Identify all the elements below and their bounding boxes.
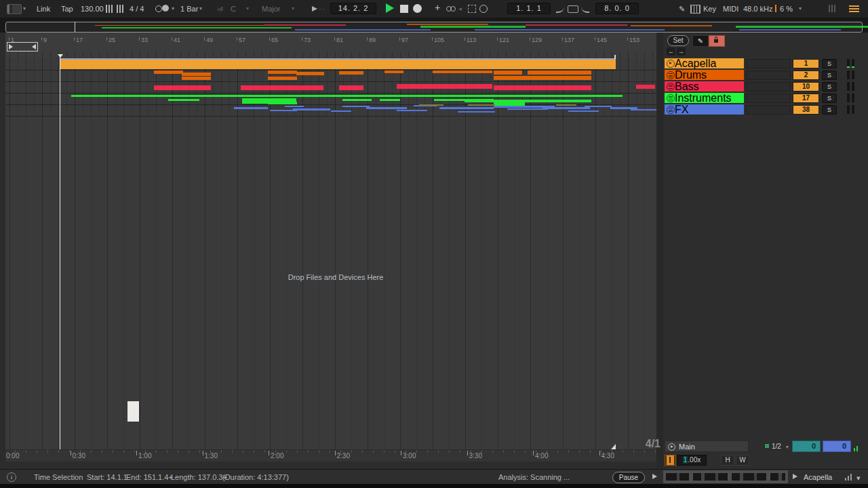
punch-out-icon[interactable] <box>581 7 589 13</box>
clip-drums[interactable] <box>528 70 591 75</box>
clip-fx[interactable] <box>458 111 495 113</box>
track-fold-lines-icon[interactable] <box>667 83 675 91</box>
clip-instruments[interactable] <box>568 100 591 102</box>
clip-fx[interactable] <box>507 108 548 110</box>
lock-envelopes-icon[interactable] <box>709 35 725 47</box>
grid-size-menu[interactable]: 1/2 ▾ <box>765 441 792 452</box>
key-map-button[interactable]: Key <box>703 3 716 14</box>
main-play-icon[interactable] <box>668 443 675 451</box>
next-locator-button[interactable]: → <box>677 47 686 56</box>
track-solo-button[interactable]: S <box>822 59 837 68</box>
cpu-caret-icon[interactable]: ▾ <box>799 3 802 14</box>
clip-bass[interactable] <box>241 85 323 90</box>
clip-fx[interactable] <box>439 107 494 109</box>
arrangement-end-marker-icon[interactable] <box>611 444 616 449</box>
record-button[interactable] <box>413 4 422 13</box>
track-fold-lines-icon[interactable] <box>667 94 675 102</box>
clip-instruments[interactable] <box>168 99 199 101</box>
preview-volume-icon[interactable] <box>845 473 853 481</box>
track-control-box[interactable] <box>746 82 791 92</box>
clip-fx[interactable] <box>331 110 351 112</box>
track-fold-play-icon[interactable] <box>667 60 675 68</box>
new-midi-icon[interactable]: + <box>435 2 440 13</box>
metronome-icon[interactable] <box>155 5 162 12</box>
follow-icon[interactable] <box>312 6 317 12</box>
capture-midi-icon[interactable] <box>468 5 476 13</box>
key-scale-menu[interactable]: Major <box>262 3 281 14</box>
key-scale-caret-icon[interactable]: ▾ <box>292 3 294 14</box>
link-button[interactable]: Link <box>37 3 50 14</box>
time-signature-field[interactable]: 4 / 4 <box>130 3 144 14</box>
back-to-arrangement-icon[interactable]: ◂ <box>458 3 462 14</box>
preview-caret-icon[interactable]: ▾ <box>856 474 861 483</box>
clip-drums[interactable] <box>339 71 363 75</box>
clip-bass[interactable] <box>339 85 363 90</box>
clip-drums[interactable] <box>268 77 297 80</box>
track-header-drums[interactable]: Drums <box>665 70 744 80</box>
loop-length-field[interactable]: 8. 0. 0 <box>595 3 639 14</box>
swing-amount-field[interactable]: 0 <box>823 441 851 452</box>
track-solo-button[interactable]: S <box>822 70 837 80</box>
draw-mode-icon[interactable]: ✎ <box>679 3 685 14</box>
track-solo-button[interactable]: S <box>822 82 837 92</box>
clip-fx[interactable] <box>568 110 599 112</box>
clip-bass[interactable] <box>636 85 655 89</box>
play-button[interactable] <box>386 3 394 13</box>
track-control-box[interactable] <box>746 70 791 80</box>
track-value-field[interactable]: 1 <box>793 59 819 68</box>
clip-instruments[interactable] <box>71 95 623 97</box>
cpu-load-display[interactable]: 6 % <box>780 3 793 14</box>
clip-drums[interactable] <box>494 76 591 80</box>
clip-drums[interactable] <box>154 70 183 74</box>
quantize-amount-field[interactable]: 0 <box>792 441 821 452</box>
clip-instruments[interactable] <box>380 99 400 101</box>
preview-play2-icon[interactable] <box>793 474 797 479</box>
tap-tempo-button[interactable]: Tap <box>61 3 73 14</box>
track-value-field[interactable]: 10 <box>793 82 819 92</box>
clip-fx[interactable] <box>631 109 656 110</box>
track-control-box[interactable] <box>746 59 791 68</box>
track-value-field[interactable]: 2 <box>793 70 819 80</box>
clip-drums[interactable] <box>182 73 211 76</box>
clip-fx[interactable] <box>397 110 427 111</box>
track-solo-button[interactable]: S <box>822 105 837 115</box>
track-header-instruments[interactable]: Instruments <box>665 93 744 103</box>
clip-fx[interactable] <box>366 107 407 109</box>
clip-drums[interactable] <box>296 72 324 75</box>
panel-separator[interactable] <box>656 33 663 469</box>
clip-fx[interactable] <box>556 104 576 106</box>
warp-button-icon[interactable] <box>665 455 676 466</box>
metronome-dot-icon[interactable] <box>162 5 169 12</box>
key-root-menu[interactable]: C <box>231 3 236 14</box>
loop-brace[interactable] <box>7 42 38 52</box>
phase-nudge-down-icon[interactable] <box>106 5 113 13</box>
quantize-menu[interactable]: 1 Bar <box>180 3 198 14</box>
pause-analysis-button[interactable]: Pause <box>612 472 645 483</box>
key-root-caret-icon[interactable]: ▾ <box>246 3 249 14</box>
track-value-field[interactable]: 38 <box>793 105 819 115</box>
clip-drums[interactable] <box>433 70 492 73</box>
main-automation-selector[interactable]: Main <box>665 441 749 452</box>
clip-fx[interactable] <box>293 108 330 110</box>
view-selector-icon[interactable] <box>7 4 22 14</box>
zoom-height-button[interactable]: H <box>721 455 734 466</box>
loop-start-field[interactable]: 1. 1. 1 <box>507 3 551 14</box>
clip-fx[interactable] <box>419 104 443 106</box>
track-header-bass[interactable]: Bass <box>665 81 744 92</box>
insert-marker-icon[interactable] <box>58 54 63 58</box>
clip-fx[interactable] <box>342 106 370 107</box>
overdub-icon[interactable] <box>479 5 488 13</box>
clip-bass[interactable] <box>397 84 492 89</box>
track-solo-button[interactable]: S <box>822 94 837 103</box>
arrangement-position-field[interactable]: 14. 2. 2 <box>330 3 376 14</box>
tempo-field[interactable]: 130.00 <box>81 3 104 14</box>
phase-nudge-up-icon[interactable] <box>117 5 124 13</box>
prev-locator-button[interactable]: ← <box>667 47 675 56</box>
stop-button[interactable] <box>400 5 408 13</box>
preview-play-icon[interactable] <box>652 474 657 479</box>
automation-mode-icon[interactable]: ✎ <box>692 35 709 47</box>
clip-fx[interactable] <box>468 104 495 106</box>
computer-midi-keyboard-icon[interactable] <box>690 5 701 14</box>
track-value-field[interactable]: 17 <box>793 94 819 103</box>
clip-bass[interactable] <box>494 85 591 90</box>
